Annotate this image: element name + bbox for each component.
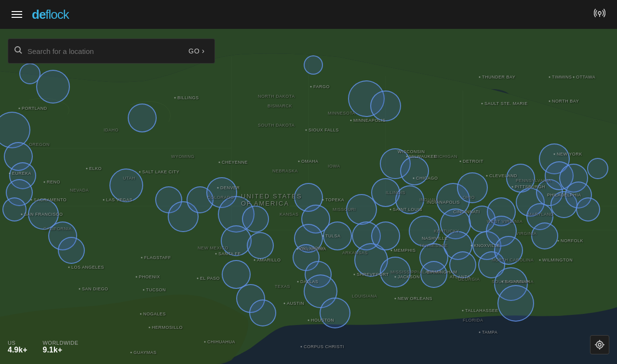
cluster-circle [58, 237, 85, 264]
city-dot [308, 320, 309, 321]
city-dot [322, 199, 324, 201]
svg-point-17 [598, 343, 601, 346]
city-dot [573, 77, 575, 78]
svg-point-18 [596, 341, 603, 348]
city-dot [254, 260, 255, 261]
cluster-circle [395, 185, 424, 214]
cluster-circle [320, 298, 350, 328]
search-icon [14, 46, 23, 57]
city-dot [482, 103, 483, 104]
city-dot [298, 161, 300, 162]
city-dot [479, 332, 481, 333]
city-dot [350, 120, 352, 121]
city-dot [143, 289, 145, 291]
city-dot [9, 173, 11, 174]
app-logo: deflock [32, 7, 69, 22]
us-label: US [8, 340, 27, 346]
worldwide-stat: Worldwide 9.1k+ [42, 340, 78, 354]
city-dot [310, 86, 312, 88]
city-dot [215, 253, 217, 255]
city-dot [174, 97, 176, 99]
us-stat: US 4.9k+ [8, 340, 27, 354]
cluster-circle [247, 232, 274, 259]
city-dot [395, 298, 396, 299]
city-dot [44, 182, 45, 183]
go-arrow-icon: › [202, 47, 205, 55]
city-dot [149, 327, 150, 328]
cluster-circle [19, 63, 40, 84]
city-dot [86, 168, 88, 169]
cluster-circle [109, 169, 143, 202]
cluster-circle [304, 55, 323, 75]
city-dot [306, 130, 307, 131]
city-dot [479, 77, 481, 78]
worldwide-value: 9.1k+ [42, 346, 78, 354]
city-dot [549, 77, 550, 78]
city-dot [131, 352, 132, 353]
city-dot [460, 161, 461, 162]
cluster-circle [36, 70, 70, 104]
city-dot [68, 267, 70, 268]
cluster-circle [494, 236, 523, 265]
city-dot [406, 156, 408, 157]
cluster-circle [323, 221, 352, 250]
city-dot [549, 101, 550, 102]
city-dot [103, 199, 105, 201]
city-dot [462, 310, 464, 312]
location-search-input[interactable] [27, 47, 185, 55]
worldwide-label: Worldwide [42, 340, 78, 346]
cluster-circle [371, 221, 400, 250]
city-dot [322, 235, 324, 237]
city-dot [554, 154, 555, 155]
city-dot [395, 276, 396, 278]
cluster-circle [576, 197, 600, 221]
cluster-circle [128, 104, 157, 132]
cluster-circle [400, 156, 429, 185]
cluster-circle [221, 225, 252, 256]
city-dot [31, 199, 32, 201]
city-dot [19, 108, 20, 109]
logo-flock: flock [45, 7, 68, 22]
cluster-circle [457, 172, 488, 203]
city-dot [354, 274, 355, 275]
city-dot [502, 281, 503, 283]
header-right [590, 3, 609, 26]
svg-line-16 [20, 51, 22, 53]
cluster-circle [2, 197, 27, 221]
map-container[interactable]: NORTH DAKOTABISMARCKSOUTH DAKOTAWYOMINGN… [0, 29, 617, 364]
city-dot [301, 346, 302, 348]
logo-de: de [32, 7, 45, 22]
cluster-circle [249, 299, 276, 326]
city-dot [391, 250, 392, 251]
city-dot [21, 214, 23, 215]
city-dot [79, 288, 80, 290]
city-dot [219, 162, 220, 163]
city-dot [390, 209, 391, 210]
cluster-circle [449, 251, 476, 278]
city-dot [197, 278, 199, 279]
cluster-circle [242, 206, 269, 233]
city-dot [471, 245, 472, 247]
menu-button[interactable] [8, 7, 26, 22]
city-dot [136, 276, 137, 278]
city-dot [413, 178, 415, 179]
app-header: deflock [0, 0, 617, 29]
settings-button[interactable] [590, 3, 609, 26]
us-value: 4.9k+ [8, 346, 27, 354]
go-button[interactable]: GO › [185, 45, 209, 57]
city-dot [297, 281, 299, 283]
cluster-circle [587, 158, 608, 179]
cluster-circle [370, 91, 401, 121]
cluster-circle [380, 257, 411, 287]
city-dot [141, 257, 143, 259]
cluster-circle [531, 222, 558, 249]
cluster-circle [497, 285, 534, 322]
search-bar: GO › [8, 39, 215, 64]
city-dot [204, 341, 206, 343]
city-dot [297, 248, 298, 250]
city-dot [558, 240, 559, 242]
city-dot [284, 303, 285, 304]
locate-button[interactable] [590, 335, 609, 354]
go-label: GO [188, 47, 200, 55]
city-dot [140, 313, 142, 315]
